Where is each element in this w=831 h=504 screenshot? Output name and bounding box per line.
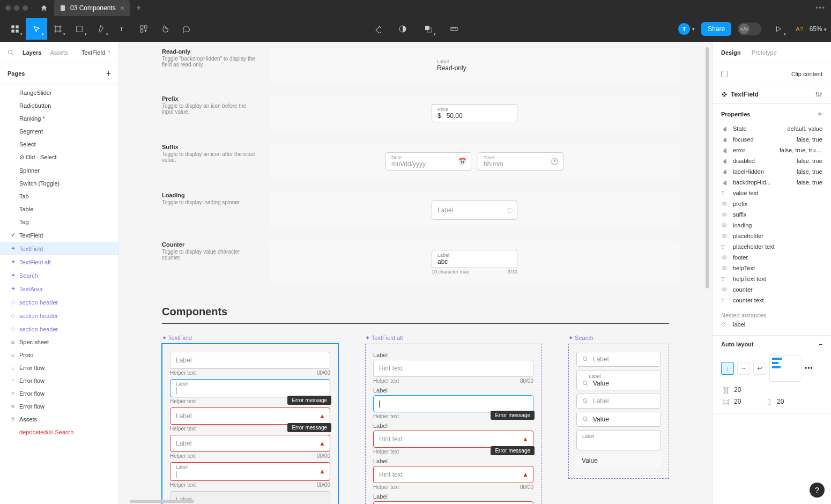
- layer-item[interactable]: ≡Error flow: [0, 374, 118, 387]
- layer-item[interactable]: ≡Spec sheet: [0, 336, 118, 349]
- layer-item[interactable]: ✦Search: [0, 269, 118, 282]
- move-tool[interactable]: ▾: [26, 18, 47, 40]
- missing-fonts-badge[interactable]: A?: [796, 26, 803, 32]
- layers-tab[interactable]: Layers: [23, 49, 41, 56]
- layer-item[interactable]: #Assets: [0, 413, 118, 426]
- property-row[interactable]: prefix: [721, 198, 822, 209]
- app-menu-icon[interactable]: •••: [815, 4, 826, 12]
- layer-item[interactable]: ✦TextField alt: [0, 255, 118, 269]
- text-tool[interactable]: T: [112, 18, 133, 40]
- close-tab-icon[interactable]: ×: [120, 4, 124, 12]
- textfield-variant[interactable]: Label▲Helper text00/00: [170, 462, 330, 487]
- file-tab[interactable]: 03 Components ×: [54, 0, 130, 16]
- property-row[interactable]: errorfalse, true, true ...: [721, 145, 822, 155]
- canvas-vertical-scrollbar[interactable]: [706, 42, 710, 504]
- search-icon[interactable]: [8, 49, 14, 56]
- remove-autolayout-button[interactable]: −: [819, 341, 822, 347]
- search-variant[interactable]: Value: [576, 454, 661, 468]
- property-row[interactable]: focusedfalse, true: [721, 134, 822, 145]
- pad-v-value[interactable]: 20: [777, 398, 784, 405]
- layer-item[interactable]: ◇section header: [0, 309, 118, 322]
- search-variant[interactable]: Value: [576, 412, 661, 427]
- component-name-row[interactable]: TextField: [721, 91, 822, 98]
- layer-item[interactable]: Table: [0, 203, 118, 216]
- textfield-variant[interactable]: LabelHelper text00/00: [170, 352, 330, 376]
- canvas[interactable]: Read-onlyToggle "backdropHidden" to disp…: [119, 42, 712, 504]
- shape-tool[interactable]: ▾: [69, 18, 90, 40]
- help-button[interactable]: ?: [810, 483, 825, 498]
- component-frame-textfield[interactable]: LabelHelper text00/00LabelHelper text00/…: [162, 344, 338, 504]
- layer-item[interactable]: ◇section header: [0, 322, 118, 336]
- design-tab[interactable]: Design: [721, 49, 741, 56]
- component-frame-textfield-alt[interactable]: LabelHint textHelper text00/00LabelHelpe…: [365, 344, 541, 504]
- layer-item[interactable]: Spinner: [0, 164, 118, 177]
- textfield-alt-variant[interactable]: LabelHint textHelper text00/00: [373, 352, 533, 384]
- textfield-variant[interactable]: Error messageLabel▲Helper text00/00: [170, 435, 330, 459]
- component-frame-label[interactable]: ✦ Search: [568, 335, 669, 342]
- component-frame-label[interactable]: ✦ TextField alt: [365, 335, 541, 342]
- mask-icon[interactable]: [392, 18, 413, 40]
- property-row[interactable]: Statedefault, value: [721, 123, 822, 134]
- layer-item[interactable]: Switch (Toggle): [0, 177, 118, 190]
- component-mode-icon[interactable]: [366, 18, 388, 40]
- layer-item[interactable]: Radiobutton: [0, 99, 118, 112]
- layer-item[interactable]: ≡Error flow: [0, 361, 118, 374]
- add-page-button[interactable]: +: [106, 69, 111, 78]
- layer-item[interactable]: RangeSlider: [0, 86, 118, 99]
- home-tab[interactable]: [36, 0, 52, 16]
- property-row[interactable]: placeholder: [721, 231, 822, 241]
- property-row[interactable]: Tvalue text: [721, 188, 822, 198]
- main-menu[interactable]: ▾: [4, 18, 26, 40]
- property-row[interactable]: ThelpText text: [721, 273, 822, 284]
- add-tab-button[interactable]: +: [130, 3, 147, 13]
- layer-item[interactable]: depricated/⊘ Search: [0, 426, 118, 439]
- property-row[interactable]: disabledfalse, true: [721, 155, 822, 166]
- zoom-level[interactable]: 65% ▾: [810, 25, 827, 33]
- property-row[interactable]: loading: [721, 220, 822, 231]
- search-variant[interactable]: Label: [576, 394, 661, 409]
- property-row[interactable]: Tcounter text: [721, 295, 822, 306]
- wrap-button[interactable]: ↩: [753, 362, 766, 375]
- property-row[interactable]: suffix: [721, 209, 822, 220]
- add-property-button[interactable]: +: [818, 109, 822, 119]
- property-row[interactable]: Tplaceholder text: [721, 241, 822, 252]
- layer-item[interactable]: ✦TextArea: [0, 282, 118, 295]
- pen-tool[interactable]: ▾: [90, 18, 112, 40]
- property-row[interactable]: backdropHid...false, true: [721, 177, 822, 188]
- component-frame-label[interactable]: ✦ TextField: [162, 335, 338, 342]
- assets-tab[interactable]: Assets: [50, 49, 68, 56]
- resources-tool[interactable]: [133, 18, 154, 40]
- window-controls[interactable]: [5, 5, 28, 11]
- component-frame-search[interactable]: Label LabelValueLabelValueLabelValue: [568, 344, 669, 479]
- layer-item[interactable]: ◇section header: [0, 295, 118, 309]
- frame-tool[interactable]: ▾: [47, 18, 69, 40]
- layer-item[interactable]: Tab: [0, 190, 118, 203]
- direction-horizontal-button[interactable]: →: [737, 362, 750, 375]
- layer-item[interactable]: Segment: [0, 125, 118, 138]
- property-row[interactable]: counter: [721, 284, 822, 295]
- comment-tool[interactable]: [176, 18, 197, 40]
- gap-value[interactable]: 20: [734, 386, 741, 394]
- layer-item[interactable]: ⊘ Old - Select: [0, 151, 118, 164]
- canvas-horizontal-scrollbar[interactable]: [130, 500, 701, 504]
- share-button[interactable]: Share: [701, 22, 731, 36]
- prototype-tab[interactable]: Prototype: [752, 49, 777, 56]
- layer-item[interactable]: Ranking *: [0, 112, 118, 125]
- layer-item[interactable]: ✦TextField: [0, 242, 118, 255]
- layer-item[interactable]: ≡Error flow: [0, 387, 118, 400]
- autolayout-more-button[interactable]: •••: [805, 365, 813, 372]
- layer-item[interactable]: Tag: [0, 216, 118, 228]
- layer-item[interactable]: Select: [0, 138, 118, 151]
- alignment-grid[interactable]: [769, 355, 802, 382]
- layer-item[interactable]: ≡Proto: [0, 349, 118, 361]
- property-row[interactable]: footer: [721, 252, 822, 263]
- property-row[interactable]: helpText: [721, 263, 822, 273]
- property-row[interactable]: labelHiddenfalse, true: [721, 166, 822, 177]
- hand-tool[interactable]: [154, 18, 176, 40]
- boolean-icon[interactable]: ▾: [418, 18, 439, 40]
- nested-instance-row[interactable]: ◇label: [721, 318, 822, 330]
- settings-icon[interactable]: [815, 91, 822, 98]
- search-variant[interactable]: Label: [576, 430, 661, 450]
- user-avatar[interactable]: T: [678, 23, 690, 35]
- present-button[interactable]: ▾: [768, 18, 789, 40]
